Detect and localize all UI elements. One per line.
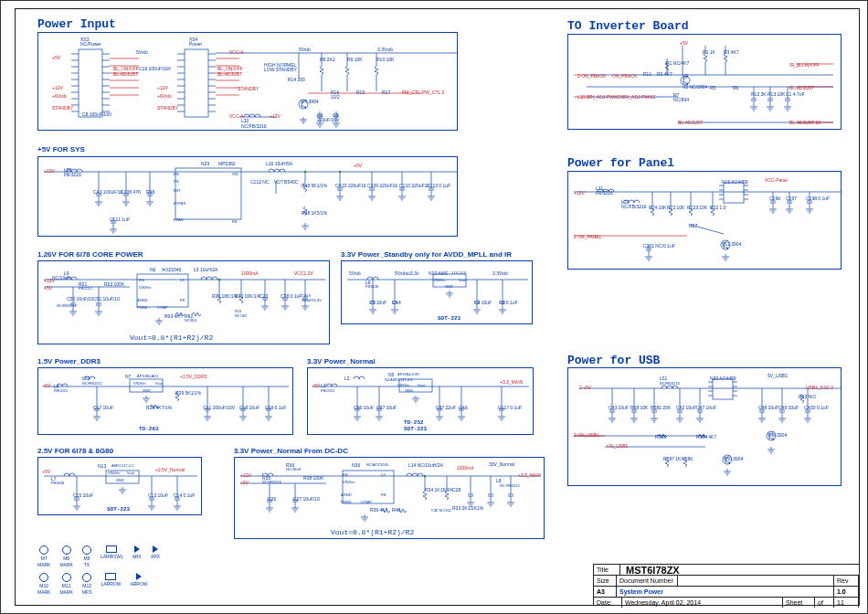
net-5v-ddr: +5V: [42, 383, 50, 388]
legend-m7: M7MARK: [37, 545, 50, 567]
pin-lx-dc: LX: [381, 472, 386, 477]
val-nc3904: V2 NC/3904: [683, 84, 707, 90]
legend-larrow2: LARROW: [101, 573, 121, 595]
pin-fb2: FB: [180, 298, 185, 302]
pin-vin-25: VIN/Vin: [108, 471, 121, 475]
val-ap108433: AP1084-3.3V: [397, 372, 419, 376]
val-r29: R29 5K1/1%: [175, 390, 201, 396]
title-inverter: TO Inverter Board: [567, 19, 689, 33]
block-inverter: +5V R2 1K R3 4K7 R1 NC/4K7 IR_BLON/OFF 2…: [567, 34, 842, 130]
title-5v-sys: +5V FOR SYS: [37, 145, 85, 154]
val-ncfb2012d: NC/FB/2012: [82, 381, 102, 386]
net-25norm: +2.5V_Normal: [155, 467, 185, 472]
tb-size: A3: [594, 587, 617, 597]
val-r14: R14 200: [288, 77, 305, 82]
val-fb1608: FB1608: [365, 284, 378, 289]
pkg-to252: TO-252: [404, 419, 424, 426]
val-r98: R98: [146, 189, 154, 195]
pin-comp: COMP: [157, 305, 168, 310]
val-c51: C51 10uF/10: [93, 296, 120, 302]
pin-en: EN: [174, 172, 179, 176]
val-c18: C18 10uF: [239, 405, 259, 410]
pin-vin-d: VIN/Vin: [133, 381, 146, 386]
title-power-usb: Power for USB: [567, 354, 660, 367]
title-power-input: Power Input: [37, 17, 116, 31]
pin-gnd-n-mid: GND: [405, 388, 413, 393]
val-fb2012: FB/2012: [79, 286, 92, 291]
val-r38: R38 100K: [303, 475, 323, 481]
legend-arx2: ARX: [151, 545, 160, 567]
val-r585: R585: [655, 434, 666, 439]
pin-vout-d: Vout: [155, 381, 163, 386]
net-briadj2: BRI_ADJ-PWM2: [621, 94, 655, 100]
val-ncaoz: NC/AOZ1046: [366, 462, 388, 467]
pkg-sot223b: SOT-223: [404, 426, 427, 432]
net-5vstb33: 5Vstbto3.3v: [395, 270, 418, 276]
val-r584: R584 4K7: [696, 434, 716, 439]
val-r6: R6: [733, 85, 738, 90]
val-v4: V4 3904: [302, 99, 319, 104]
pkg-to263: TO-263: [139, 426, 159, 432]
val-c9: C9 10uF: [474, 300, 492, 305]
schematic-canvas: [38, 261, 330, 344]
title-33standby: 3.3V Power_Standby only for AVDD_MPLL an…: [341, 250, 512, 259]
net-bladjust: BL-ADJUST: [113, 71, 138, 77]
val-c8: C8 100uF/16V: [82, 111, 111, 117]
tb-size-label: Size: [594, 576, 617, 586]
net-usbd1d: USB1_D1D 2: [806, 385, 833, 390]
val-r223: R223 10K: [687, 205, 707, 210]
title-power-panel: Power for Panel: [567, 156, 674, 170]
net-5vstb-a: 5Vstb: [136, 49, 148, 55]
val-ca50: CA50 0.1uF: [804, 405, 829, 410]
val-c97: C97 10uF: [376, 405, 397, 410]
block-ddr3: +5V L52 NC/FB/2012 L4 FB/2012 N7 AP1084-…: [37, 367, 293, 435]
net-standby: STANDBY: [52, 105, 73, 111]
val-nc4k7: R3 4K7: [657, 71, 672, 77]
tb-rev: 1.0: [834, 587, 859, 597]
val-r17: R17: [382, 90, 390, 95]
net-vcc126: VCC1.2V: [294, 270, 313, 276]
val-r26: R26 10K/1%: [235, 293, 260, 299]
net-irblonoff: IR_BLON/OFF: [789, 62, 820, 68]
val-l16: L16 15uH/5A: [266, 161, 292, 166]
tb-date-label: Date:: [594, 598, 622, 608]
val-r9: R9 10K: [347, 57, 363, 62]
schematic-page: Power Input XS3 NC/Power XS4 Power +5V +…: [0, 0, 868, 614]
val-l2: L2: [344, 376, 350, 381]
val-nc10uh-dc: NC/10uH: [286, 467, 301, 471]
val-ca3: CA3 100uF/16: [93, 189, 122, 195]
val-v11: V11 3904: [722, 241, 741, 247]
val-c110: C110 220uF16: [399, 183, 429, 188]
block-33standby: 5Vstb 5Vstbto3.3v L6 FB1608 N10 AMS 1117…: [341, 260, 533, 324]
val-r48: R48 1K5/1%: [302, 210, 327, 216]
val-c15: C15 10uF: [73, 492, 93, 498]
net-12v: +12V: [52, 85, 63, 90]
net-12v-panel: +12V: [574, 190, 585, 196]
val-ncpower: NC/Power: [80, 41, 101, 47]
net-5vstb-s: 5Vstb: [349, 270, 361, 276]
title-ddr3: 1.5V Power_DDR3: [37, 357, 101, 365]
pin-pg: PG: [174, 179, 179, 184]
val-c113: C113 0.1uF: [427, 183, 450, 188]
val-r13: R13 10K: [767, 91, 785, 97]
val-nc10uh: NC/10uH: [52, 275, 71, 281]
val-n29: N29: [201, 161, 209, 166]
val-n10: N10 AMS: [429, 270, 448, 276]
pin-pgnd-dc: PGND: [341, 500, 352, 504]
pkg-sot223: SOT-223: [438, 315, 460, 322]
block-usb: 2 +5V L51 NC/FB/3216 N30 AO4459 5V_USB1 …: [567, 367, 842, 486]
schematic-canvas: [568, 172, 842, 270]
lab-low: LOW STANDBY: [264, 67, 297, 72]
net-33vnorm: 33V_Normal: [489, 461, 514, 467]
tb-sheet-of: of: [815, 598, 834, 608]
net-12v-sys: +12V: [44, 168, 55, 174]
pin-sw: SW: [232, 172, 238, 176]
legend-m9: M9TX: [82, 545, 91, 567]
val-n36: N36: [352, 462, 360, 468]
block-5v-sys: +12V L28 FB/3216 N29 MP2382 L16 15uH/5A …: [37, 156, 458, 237]
title-block: Title MST6I78ZX Size Document Number Rev…: [593, 564, 860, 606]
net-vccpanel: VCC-Panel: [765, 177, 788, 183]
net-5v-n: +5V: [312, 383, 320, 388]
net-33vstb: 3.3Vstb: [377, 47, 393, 52]
title-core: 1.26V FOR 6i78 CORE POWER: [37, 250, 143, 259]
